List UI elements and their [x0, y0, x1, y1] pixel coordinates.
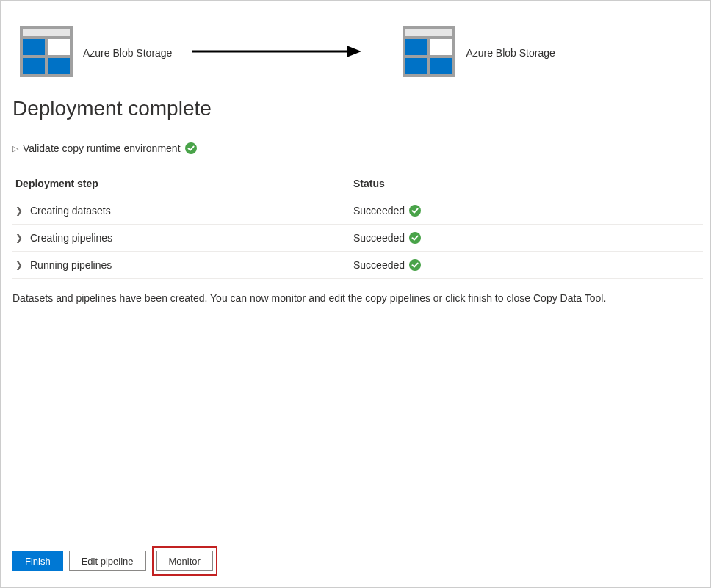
svg-point-14 [185, 142, 197, 154]
svg-rect-12 [405, 58, 427, 74]
svg-rect-9 [405, 29, 452, 36]
svg-rect-2 [23, 39, 45, 55]
success-icon [409, 232, 421, 244]
success-icon [185, 142, 197, 154]
expand-icon: ▷ [12, 144, 18, 153]
chevron-right-icon: ❯ [15, 233, 24, 243]
svg-point-16 [409, 232, 421, 244]
table-row[interactable]: ❯ Running pipelines Succeeded [12, 252, 703, 279]
success-icon [409, 259, 421, 271]
step-label: Creating datasets [30, 205, 111, 217]
target-label: Azure Blob Storage [466, 47, 555, 59]
status-label: Succeeded [353, 205, 405, 217]
monitor-highlight: Monitor [152, 546, 217, 576]
svg-marker-7 [347, 46, 361, 57]
content-area: Azure Blob Storage [1, 1, 710, 304]
header-step: Deployment step [15, 178, 353, 189]
deployment-steps-table: Deployment step Status ❯ Creating datase… [12, 170, 703, 279]
footer-actions: Finish Edit pipeline Monitor [12, 546, 217, 576]
svg-rect-1 [23, 29, 70, 36]
target-node: Azure Blob Storage [403, 26, 555, 79]
svg-rect-4 [23, 58, 45, 74]
blob-storage-icon [403, 26, 455, 79]
source-label: Azure Blob Storage [83, 47, 172, 59]
table-row[interactable]: ❯ Creating pipelines Succeeded [12, 225, 703, 252]
svg-point-15 [409, 205, 421, 217]
header-status: Status [353, 178, 700, 189]
status-label: Succeeded [353, 232, 405, 244]
svg-rect-11 [430, 39, 452, 55]
source-target-diagram: Azure Blob Storage [20, 26, 699, 79]
chevron-right-icon: ❯ [15, 260, 24, 270]
svg-rect-3 [48, 39, 70, 55]
success-icon [409, 205, 421, 217]
svg-rect-5 [48, 58, 70, 74]
deployment-complete-panel: Azure Blob Storage [0, 0, 711, 588]
step-label: Running pipelines [30, 259, 112, 271]
status-label: Succeeded [353, 259, 405, 271]
svg-rect-13 [430, 58, 452, 74]
completion-description: Datasets and pipelines have been created… [12, 292, 699, 304]
table-header: Deployment step Status [12, 170, 703, 197]
table-row[interactable]: ❯ Creating datasets Succeeded [12, 197, 703, 225]
chevron-right-icon: ❯ [15, 206, 24, 216]
validate-label: Validate copy runtime environment [23, 142, 181, 154]
arrow-icon [192, 44, 361, 62]
validate-runtime-row[interactable]: ▷ Validate copy runtime environment [12, 142, 699, 154]
step-label: Creating pipelines [30, 232, 112, 244]
svg-rect-10 [405, 39, 427, 55]
monitor-button[interactable]: Monitor [156, 551, 213, 571]
page-title: Deployment complete [12, 97, 699, 120]
edit-pipeline-button[interactable]: Edit pipeline [69, 551, 146, 571]
blob-storage-icon [20, 26, 73, 79]
svg-point-17 [409, 259, 421, 271]
finish-button[interactable]: Finish [12, 551, 63, 571]
source-node: Azure Blob Storage [20, 26, 172, 79]
